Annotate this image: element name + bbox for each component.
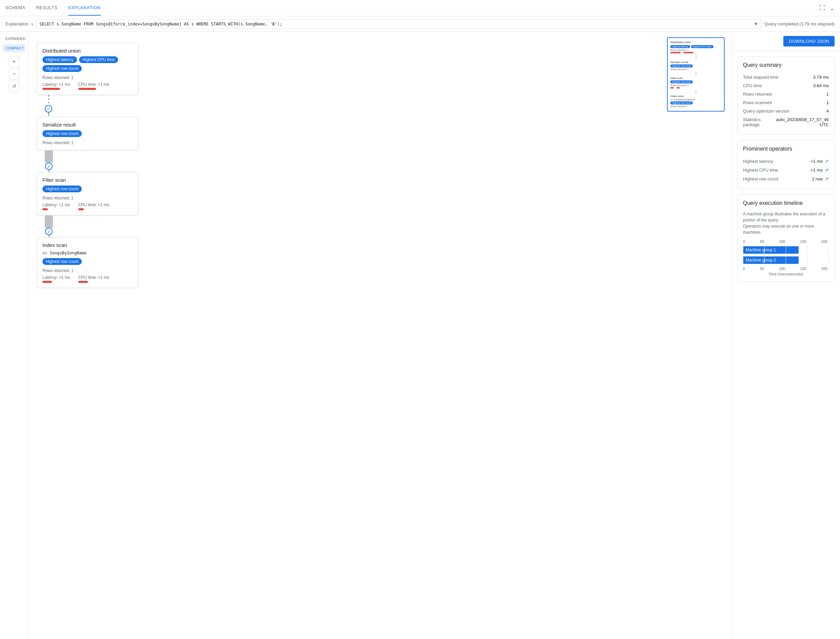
connector-2: ✓ [37, 150, 53, 172]
zoom-controls: + − ↺ [3, 56, 25, 92]
prominent-value-2: 1 row ⇗ [812, 176, 829, 181]
breadcrumb-chevron: › [31, 21, 33, 27]
zoom-out-button[interactable]: − [9, 68, 20, 79]
timeline-axis-top: 0 50 100 150 200 [743, 240, 829, 243]
prominent-operators-card: Prominent operators Highest latency <1 m… [737, 140, 835, 189]
metric-latency-bar-4 [42, 281, 52, 283]
mini-bars-1 [670, 52, 721, 53]
tab-group: SCHEMA RESULTS EXPLANATION [5, 0, 101, 16]
timeline-bars-area: Machine group 1 Machine group 2 [743, 246, 829, 264]
op-subtitle-4: on SongsBySongName [42, 251, 133, 255]
summary-value-3: 1 [826, 100, 829, 105]
op-badges-1: Highest latency Highest CPU time Highest… [42, 56, 133, 72]
query-select[interactable]: SELECT s.SongName FROM Songs@{force_inde… [36, 19, 762, 29]
axis-top-3: 150 [800, 240, 806, 243]
zoom-in-button[interactable]: + [9, 56, 20, 67]
mini-badges-2: Highest row count [670, 64, 721, 67]
mini-title-2: Serialize result [670, 61, 721, 64]
top-tabs: SCHEMA RESULTS EXPLANATION ⛶ ⌄ [0, 0, 840, 16]
op-subtitle-name-4: SongsBySongName [50, 251, 86, 255]
metric-latency-3: Latency: <1 ms [42, 202, 70, 210]
prominent-title: Prominent operators [743, 146, 829, 152]
prominent-value-0: <1 ms ⇗ [810, 158, 829, 164]
download-bar: DOWNLOAD JSON [732, 32, 840, 51]
connector-1: ✓ [37, 95, 52, 117]
prominent-link-2[interactable]: ⇗ [825, 176, 829, 181]
timeline-chart: 0 50 100 150 200 [743, 240, 829, 276]
axis-top-1: 50 [760, 240, 764, 243]
timeline-card: Query execution timeline A machine group… [737, 194, 835, 282]
metric-cpu-bar-4 [78, 281, 88, 283]
axis-bottom-3: 150 [800, 267, 806, 271]
timeline-desc: A machine group illustrates the executio… [743, 211, 829, 235]
mini-bar-3 [670, 87, 674, 89]
prominent-link-1[interactable]: ⇗ [825, 167, 829, 173]
summary-value-4: 4 [826, 108, 829, 114]
tab-explanation[interactable]: EXPLANATION [68, 0, 101, 16]
metric-cpu-4: CPU time: <1 ms [78, 275, 109, 283]
fullscreen-icon[interactable]: ⛶ [819, 5, 826, 11]
right-panel: DOWNLOAD JSON Query summary Total elapse… [732, 32, 840, 638]
metric-latency-bar-1 [42, 88, 60, 90]
badge-highest-row-4[interactable]: Highest row count [42, 258, 82, 265]
prominent-val-text-1: <1 ms [810, 168, 823, 173]
metric-cpu-bar-3 [78, 208, 84, 210]
prominent-label-1: Highest CPU time [743, 168, 778, 173]
summary-row-1: CPU time 3.64 ms [743, 81, 829, 90]
op-title-3: Filter scan [42, 177, 133, 183]
metric-cpu-1: CPU time: <1 ms [78, 82, 109, 90]
query-summary-title: Query summary [743, 62, 829, 68]
summary-row-3: Rows scanned 1 [743, 99, 829, 107]
timeline-bar-label-1: Machine group 1 [746, 248, 776, 252]
op-badges-2: Highest row count [42, 130, 133, 137]
tab-schema[interactable]: SCHEMA [5, 0, 25, 16]
mini-rows-4: Rows returned: 1 [670, 105, 721, 108]
metric-latency-1: Latency: <1 ms [42, 82, 70, 90]
op-subtitle-prefix-4: on [42, 251, 50, 255]
metric-cpu-label-1: CPU time: <1 ms [78, 82, 109, 87]
badge-highest-row-1[interactable]: Highest row count [42, 65, 82, 72]
prominent-label-0: Highest latency [743, 159, 773, 164]
op-title-2: Serialize result [42, 122, 133, 127]
prominent-val-text-2: 1 row [812, 176, 823, 181]
metric-latency-label-4: Latency: <1 ms [42, 275, 70, 280]
zoom-reset-button[interactable]: ↺ [9, 81, 20, 92]
timeline-title: Query execution timeline [743, 200, 829, 206]
mini-rows-2: Rows returned: 1 [670, 68, 721, 70]
axis-bottom-1: 50 [760, 267, 764, 271]
collapse-icon[interactable]: ⌄ [829, 5, 835, 12]
query-dropdown-icon[interactable]: ▼ [754, 21, 758, 27]
badge-highest-row-3[interactable]: Highest row count [42, 186, 82, 192]
prominent-link-0[interactable]: ⇗ [825, 158, 829, 164]
badge-highest-cpu[interactable]: Highest CPU time [79, 56, 118, 63]
tab-results[interactable]: RESULTS [36, 0, 58, 16]
mini-subtitle-4: on SongsBySongName [670, 99, 721, 101]
download-json-button[interactable]: DOWNLOAD JSON [783, 36, 835, 46]
mini-bar-1 [670, 52, 681, 53]
axis-bottom-4: 200 [821, 267, 827, 271]
badge-highest-latency[interactable]: Highest latency [42, 56, 77, 63]
op-title-1: Distributed union [42, 48, 133, 54]
summary-value-5: auto_20230608_17_57_46UTC [775, 117, 829, 127]
summary-label-4: Query optimizer version [743, 108, 826, 114]
query-text: SELECT s.SongName FROM Songs@{force_inde… [39, 22, 282, 27]
view-compact[interactable]: COMPACT [3, 44, 25, 52]
badge-highest-row-2[interactable]: Highest row count [42, 130, 82, 137]
query-summary-card: Query summary Total elapsed time 3.79 ms… [737, 56, 835, 135]
operator-distributed-union: Distributed union Highest latency Highes… [37, 43, 138, 95]
mini-badge-5: Highest row count [670, 102, 693, 105]
mini-connector-3 [696, 89, 696, 94]
mini-connector-1 [696, 54, 696, 60]
op-rows-1: Rows returned: 1 [42, 75, 133, 80]
mini-badges-1: Highest latency Highest CPU time [670, 45, 721, 48]
mini-rows-3: Rows returned: 1 [670, 84, 721, 86]
timeline-bar-2: Machine group 2 [743, 256, 799, 264]
summary-label-3: Rows scanned [743, 100, 826, 105]
nodes-container: Distributed union Highest latency Highes… [37, 40, 723, 288]
op-badges-4: Highest row count [42, 258, 133, 265]
timeline-axis-bottom: 0 50 100 150 200 [743, 267, 829, 271]
timeline-bar-row-1: Machine group 1 [743, 246, 829, 254]
timeline-bar-row-2: Machine group 2 [743, 256, 829, 264]
view-expanded[interactable]: EXPANDED [3, 35, 25, 43]
timeline-xlabel: Time (microseconds) [743, 272, 829, 276]
